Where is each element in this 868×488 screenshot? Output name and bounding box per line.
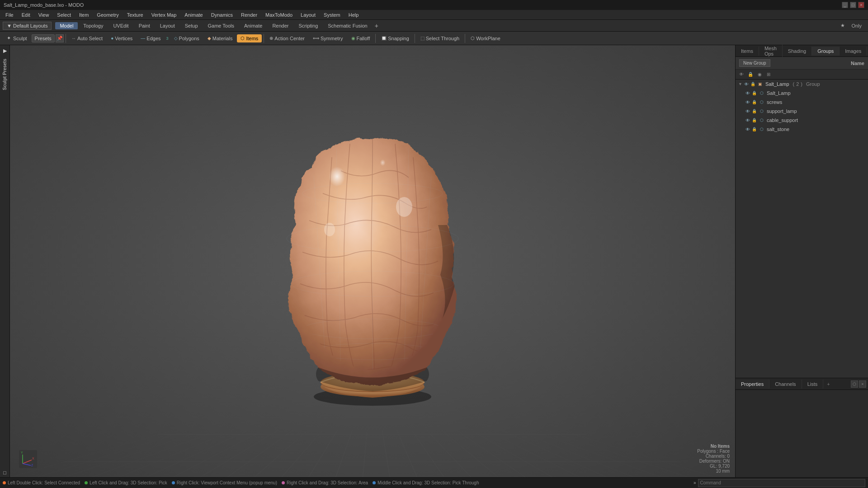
layout-tab-render[interactable]: Render [268, 22, 293, 29]
menu-file[interactable]: File [2, 11, 17, 19]
workplane-button[interactable]: ⬡ WorkPlane [467, 34, 504, 42]
status-dot-3 [172, 481, 175, 484]
falloff-button[interactable]: ◉ Falloff [348, 34, 374, 42]
polygons-button[interactable]: ◇ Polygons [170, 34, 203, 42]
svg-point-8 [324, 223, 335, 236]
layout-tab-setup[interactable]: Setup [180, 22, 203, 29]
item-name-screws: screws [767, 99, 782, 105]
tab-items[interactable]: Items [736, 47, 759, 56]
command-input[interactable] [698, 479, 865, 487]
ptab-lists[interactable]: Lists [802, 380, 824, 389]
edges-button[interactable]: — Edges [137, 34, 164, 42]
items-button[interactable]: ⬡ Items [237, 34, 262, 42]
layout-tab-schematic[interactable]: Schematic Fusion [323, 22, 372, 29]
presets-pin-button[interactable]: 📌 [56, 34, 64, 42]
add-properties-tab-button[interactable]: + [823, 380, 833, 389]
ptab-icon-expand[interactable]: ⬡ [851, 380, 858, 388]
menu-item[interactable]: Item [75, 11, 92, 19]
tab-groups[interactable]: Groups [812, 47, 840, 56]
items-icon-render[interactable]: ◉ [755, 70, 764, 79]
presets-button[interactable]: Presets [32, 34, 55, 42]
status-dot-2 [85, 481, 88, 484]
items-icon-visibility[interactable]: 👁 [737, 70, 745, 79]
menu-layout[interactable]: Layout [297, 11, 319, 19]
menu-view[interactable]: View [35, 11, 53, 19]
sculpt-presets-label[interactable]: Sculpt Presets [2, 59, 7, 90]
tree-item-salt-lamp[interactable]: 👁 🔒 ⬡ Salt_Lamp [736, 89, 868, 98]
svg-text:Y: Y [21, 451, 23, 454]
only-button[interactable]: Only [848, 22, 865, 29]
auto-select-button[interactable]: ↔ Auto Select [68, 34, 106, 42]
layout-tab-scripting[interactable]: Scripting [294, 22, 322, 29]
no-items-label: No Items [697, 444, 730, 449]
layout-tab-uvedit[interactable]: UVEdit [108, 22, 133, 29]
item-name-salt-lamp: Salt_Lamp [767, 90, 791, 96]
tree-item-screws[interactable]: 👁 🔒 ⬡ screws [736, 98, 868, 107]
materials-button[interactable]: ◆ Materials [204, 34, 236, 42]
layout-tab-gametools[interactable]: Game Tools [203, 22, 239, 29]
minimize-button[interactable]: _ [842, 2, 848, 8]
items-icon-lock[interactable]: 🔒 [746, 70, 755, 79]
menu-geometry[interactable]: Geometry [93, 11, 122, 19]
tree-group-salt-lamp[interactable]: ▼ 👁 🔒 ▣ Salt_Lamp ( 2 ) Group [736, 80, 868, 89]
tab-shading[interactable]: Shading [783, 47, 812, 56]
item-mesh-icon-2: ⬡ [759, 99, 765, 105]
tab-meshops[interactable]: Mesh Ops [759, 44, 783, 58]
default-layouts-dropdown[interactable]: ▼ Default Layouts [3, 22, 52, 30]
layout-tab-model[interactable]: Model [55, 22, 78, 29]
ptab-icon-close[interactable]: × [859, 380, 866, 388]
viewport-content[interactable]: X Y Z No Items Polygons : Face Channels:… [10, 45, 735, 477]
left-side-panel: ▶ Sculpt Presets □ [0, 45, 10, 477]
tree-item-salt-stone[interactable]: 👁 🔒 ⬡ salt_stone [736, 125, 868, 134]
ptab-channels[interactable]: Channels [769, 380, 802, 389]
star-icon: ★ [840, 23, 845, 28]
status-dot-1 [3, 481, 6, 484]
svg-text:X: X [32, 457, 34, 460]
polygons-info: Polygons : Face [697, 449, 730, 454]
layout-tab-topology[interactable]: Topology [79, 22, 108, 29]
layout-toolbar: ▼ Default Layouts Model Topology UVEdit … [0, 20, 868, 32]
select-through-button[interactable]: ⬚ Select Through [417, 34, 463, 42]
menu-animate[interactable]: Animate [181, 11, 206, 19]
axis-indicator: X Y Z [19, 450, 37, 468]
menu-select[interactable]: Select [53, 11, 75, 19]
menu-texture[interactable]: Texture [123, 11, 147, 19]
layout-tab-animate[interactable]: Animate [240, 22, 267, 29]
left-panel-btn-bottom[interactable]: □ [3, 470, 6, 475]
menu-vertexmap[interactable]: Vertex Map [148, 11, 180, 19]
layout-tab-layout[interactable]: Layout [156, 22, 179, 29]
menu-help[interactable]: Help [345, 11, 363, 19]
ptab-properties[interactable]: Properties [736, 380, 769, 389]
channels-info: Channels: 0 [697, 454, 730, 459]
snapping-button[interactable]: 🔲 Snapping [377, 34, 413, 42]
tree-item-support-lamp[interactable]: 👁 🔒 ⬡ support_lamp [736, 107, 868, 116]
sculpt-tool-button[interactable]: ✦ Sculpt [2, 34, 31, 43]
tree-item-cable-support[interactable]: 👁 🔒 ⬡ cable_support [736, 116, 868, 125]
vertices-button[interactable]: ● Vertices [107, 34, 136, 42]
viewport-grid [10, 430, 735, 477]
gl-info: GL: 9,720 [697, 464, 730, 469]
add-layout-tab-button[interactable]: + [373, 22, 380, 29]
toolbar-separator-1 [66, 34, 66, 43]
action-center-button[interactable]: ⊕ Action Center [266, 34, 308, 42]
item-mesh-icon-1: ⬡ [759, 90, 765, 96]
items-icon-expand[interactable]: ⊞ [764, 70, 773, 79]
layout-tab-paint[interactable]: Paint [134, 22, 155, 29]
symmetry-button[interactable]: ⟺ Symmetry [309, 34, 347, 42]
menu-dynamics[interactable]: Dynamics [208, 11, 236, 19]
tab-images[interactable]: Images [840, 47, 867, 56]
menu-render[interactable]: Render [237, 11, 261, 19]
item-lock-icon-5: 🔒 [752, 127, 757, 131]
new-group-button[interactable]: New Group [739, 59, 770, 67]
menu-edit[interactable]: Edit [18, 11, 34, 19]
viewport[interactable]: Perspective Advanced Ray GL: Off ⊞ ◉ 🔍 ⚙… [10, 45, 735, 477]
toolbar-separator-5 [465, 34, 465, 43]
left-panel-btn-1[interactable]: ▶ [3, 48, 7, 54]
maximize-button[interactable]: □ [850, 2, 856, 8]
group-lock-icon: 🔒 [750, 82, 755, 86]
right-panel-tabs: Items Mesh Ops Shading Groups Images + ⬡… [736, 45, 868, 57]
close-button[interactable]: × [858, 2, 864, 8]
size-info: 10 mm [697, 469, 730, 474]
menu-maxtomodo[interactable]: MaxToModo [262, 11, 296, 19]
menu-system[interactable]: System [320, 11, 344, 19]
